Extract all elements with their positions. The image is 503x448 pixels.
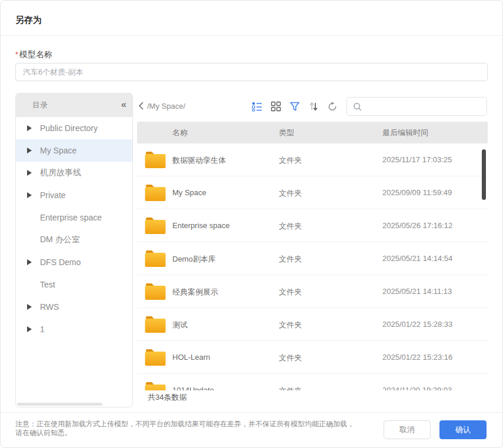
file-type: 文件夹 xyxy=(279,188,302,199)
table-row[interactable]: 测试 文件夹 2025/01/22 15:28:33 xyxy=(137,308,488,341)
sidebar-item-label: 1 xyxy=(40,325,45,334)
sidebar-item-label: Enterprise space xyxy=(40,213,102,222)
browser-toolbar: /My Space/ xyxy=(137,97,488,116)
sidebar-tree-item[interactable]: Test xyxy=(16,273,132,296)
toolbar-icons xyxy=(252,101,338,112)
sort-icon[interactable] xyxy=(308,101,319,112)
sidebar-item-label: 机房故事线 xyxy=(40,168,81,178)
file-time: 2025/11/17 17:03:25 xyxy=(382,155,452,164)
sidebar-tree: Public Directory My Space 机房故事线 Private … xyxy=(16,117,132,340)
file-time: 2025/01/22 15:28:33 xyxy=(382,320,452,329)
file-name: 测试 xyxy=(172,320,188,330)
total-count-text: 共34条数据 xyxy=(148,392,186,403)
sidebar-tree-item[interactable]: 机房故事线 xyxy=(16,162,132,184)
sidebar-horizontal-scrollbar-thumb[interactable] xyxy=(17,403,102,406)
sidebar-tree-item[interactable]: RWS xyxy=(16,296,132,318)
folder-icon xyxy=(145,151,166,169)
file-type: 文件夹 xyxy=(279,155,302,166)
expand-arrow-icon[interactable] xyxy=(27,259,33,265)
sidebar-tree-item[interactable]: DFS Demo xyxy=(16,251,132,273)
footer-buttons: 取消 确认 xyxy=(384,420,487,439)
file-name: 经典案例展示 xyxy=(172,287,218,297)
file-time: 2025/05/26 17:16:12 xyxy=(382,221,452,230)
dialog-title: 另存为 xyxy=(15,15,42,26)
sidebar-tree-item[interactable]: Enterprise space xyxy=(16,206,132,229)
expand-arrow-icon[interactable] xyxy=(27,192,33,198)
expand-arrow-icon[interactable] xyxy=(27,304,33,310)
file-type: 文件夹 xyxy=(279,353,302,363)
sidebar-item-label: Test xyxy=(40,280,55,289)
sidebar-item-label: DM 办公室 xyxy=(40,235,80,245)
list-view-icon[interactable] xyxy=(252,101,262,112)
dialog-header: 另存为 xyxy=(1,1,502,36)
table-row[interactable]: My Space 文件夹 2025/09/09 11:59:49 xyxy=(137,176,488,209)
dialog-footer: 注意：正在使用新加载方式上传模型，不同平台的加载结果可能存在差异，并不保证所有模… xyxy=(1,412,502,448)
refresh-icon[interactable] xyxy=(327,101,338,112)
sidebar-item-label: DFS Demo xyxy=(40,258,81,267)
sidebar-tree-item[interactable]: My Space xyxy=(16,139,132,162)
file-name: 1014Update xyxy=(172,386,214,390)
sidebar-item-label: My Space xyxy=(40,146,76,155)
required-asterisk: * xyxy=(15,50,18,59)
collapse-sidebar-icon[interactable]: « xyxy=(121,99,126,111)
footer-note-line2: 请在确认前知悉。 xyxy=(15,429,354,437)
expand-arrow-icon[interactable] xyxy=(27,326,33,332)
file-name: HOL-Learn xyxy=(172,353,210,362)
file-name: Enterprise space xyxy=(172,221,230,230)
folder-icon xyxy=(145,316,166,333)
vertical-scrollbar-thumb[interactable] xyxy=(482,149,486,200)
file-time: 2025/05/21 14:14:54 xyxy=(382,254,452,263)
sidebar-tree-item[interactable]: 1 xyxy=(16,318,132,340)
model-name-label: *模型名称 xyxy=(15,49,52,60)
table-header: 名称 类型 最后编辑时间 xyxy=(137,122,488,143)
expand-arrow-icon[interactable] xyxy=(27,170,33,176)
sidebar-tree-item[interactable]: Public Directory xyxy=(16,117,132,139)
search-input[interactable] xyxy=(365,98,487,115)
table-row[interactable]: Demo剧本库 文件夹 2025/05/21 14:14:54 xyxy=(137,242,488,275)
file-type: 文件夹 xyxy=(279,221,302,232)
table-row[interactable]: 经典案例展示 文件夹 2025/05/21 14:11:13 xyxy=(137,275,488,308)
folder-icon xyxy=(145,283,166,300)
file-time: 2025/09/09 11:59:49 xyxy=(382,188,452,197)
table-row[interactable]: HOL-Learn 文件夹 2025/01/22 15:23:16 xyxy=(137,341,488,374)
sidebar-item-label: Private xyxy=(40,190,66,200)
table-row[interactable]: 数据驱动孪生体 文件夹 2025/11/17 17:03:25 xyxy=(137,143,488,176)
sidebar-tree-item[interactable]: Private xyxy=(16,184,132,206)
grid-view-icon[interactable] xyxy=(271,101,281,112)
file-name: Demo剧本库 xyxy=(172,254,216,265)
column-header-type[interactable]: 类型 xyxy=(279,128,294,138)
sidebar-title: 目录 xyxy=(32,100,48,111)
folder-icon xyxy=(145,250,166,268)
expand-arrow-icon[interactable] xyxy=(27,125,33,131)
sidebar-tree-item[interactable]: DM 办公室 xyxy=(16,229,132,251)
footer-note: 注意：正在使用新加载方式上传模型，不同平台的加载结果可能存在差异，并不保证所有模… xyxy=(15,420,354,437)
file-list: 数据驱动孪生体 文件夹 2025/11/17 17:03:25 My Space… xyxy=(137,143,488,390)
table-row[interactable]: Enterprise space 文件夹 2025/05/26 17:16:12 xyxy=(137,209,488,242)
file-time: 2025/01/22 15:23:16 xyxy=(382,353,452,362)
file-type: 文件夹 xyxy=(279,320,302,330)
model-name-input[interactable] xyxy=(15,63,488,81)
folder-icon xyxy=(145,217,166,235)
column-header-time[interactable]: 最后编辑时间 xyxy=(382,128,428,138)
search-icon xyxy=(353,102,362,111)
footer-note-line1: 注意：正在使用新加载方式上传模型，不同平台的加载结果可能存在差异，并不保证所有模… xyxy=(15,420,354,429)
file-browser-panel: /My Space/ xyxy=(137,93,488,407)
save-as-dialog: 另存为 *模型名称 目录 « Public Directory My Space… xyxy=(0,0,503,448)
folder-icon xyxy=(145,349,166,366)
file-name: My Space xyxy=(172,188,206,197)
sidebar-item-label: RWS xyxy=(40,302,59,312)
column-header-name[interactable]: 名称 xyxy=(172,128,188,138)
filter-icon[interactable] xyxy=(289,101,300,112)
breadcrumb: /My Space/ xyxy=(147,102,185,111)
file-type: 文件夹 xyxy=(279,254,302,265)
file-type: 文件夹 xyxy=(279,287,302,297)
file-time: 2024/11/20 19:29:03 xyxy=(382,386,452,390)
confirm-button[interactable]: 确认 xyxy=(439,420,487,439)
table-row[interactable]: 1014Update 文件夹 2024/11/20 19:29:03 xyxy=(137,374,488,390)
folder-icon xyxy=(145,382,166,390)
back-icon[interactable] xyxy=(138,101,145,113)
cancel-button[interactable]: 取消 xyxy=(384,420,431,439)
expand-arrow-icon[interactable] xyxy=(27,148,33,153)
sidebar-item-label: Public Directory xyxy=(40,123,98,133)
file-name: 数据驱动孪生体 xyxy=(172,155,226,166)
